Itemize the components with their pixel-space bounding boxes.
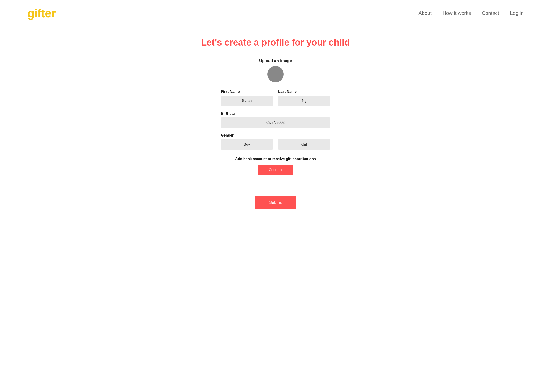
last-name-group: Last Name bbox=[278, 90, 330, 106]
first-name-label: First Name bbox=[221, 90, 273, 94]
bank-label: Add bank account to receive gift contrib… bbox=[235, 157, 316, 161]
upload-section: Upload an image bbox=[221, 58, 330, 82]
main-content: Let's create a profile for your child Up… bbox=[0, 26, 551, 227]
gender-section: Gender Boy Girl bbox=[221, 133, 330, 150]
page-title: Let's create a profile for your child bbox=[201, 37, 350, 48]
submit-button[interactable]: Submit bbox=[255, 196, 296, 209]
submit-section: Submit bbox=[221, 196, 330, 209]
gender-boy-button[interactable]: Boy bbox=[221, 139, 273, 150]
connect-button[interactable]: Connect bbox=[258, 165, 293, 175]
first-name-group: First Name bbox=[221, 90, 273, 106]
birthday-section: Birthday bbox=[221, 112, 330, 128]
birthday-label: Birthday bbox=[221, 112, 330, 116]
profile-form: Upload an image First Name Last Name Bir… bbox=[221, 58, 330, 209]
nav-login[interactable]: Log in bbox=[510, 10, 524, 16]
logo[interactable]: gifter bbox=[27, 6, 56, 20]
birthday-input[interactable] bbox=[221, 117, 330, 128]
nav-contact[interactable]: Contact bbox=[482, 10, 499, 16]
last-name-input[interactable] bbox=[278, 96, 330, 106]
avatar-upload[interactable] bbox=[267, 66, 284, 82]
first-name-input[interactable] bbox=[221, 96, 273, 106]
gender-girl-button[interactable]: Girl bbox=[278, 139, 330, 150]
last-name-label: Last Name bbox=[278, 90, 330, 94]
navigation: About How it works Contact Log in bbox=[418, 10, 524, 16]
name-row: First Name Last Name bbox=[221, 90, 330, 106]
nav-how-it-works[interactable]: How it works bbox=[443, 10, 471, 16]
upload-label: Upload an image bbox=[259, 58, 292, 63]
gender-label: Gender bbox=[221, 133, 330, 137]
header: gifter About How it works Contact Log in bbox=[0, 0, 551, 26]
bank-account-section: Add bank account to receive gift contrib… bbox=[221, 157, 330, 175]
gender-row: Boy Girl bbox=[221, 139, 330, 150]
nav-about[interactable]: About bbox=[418, 10, 432, 16]
